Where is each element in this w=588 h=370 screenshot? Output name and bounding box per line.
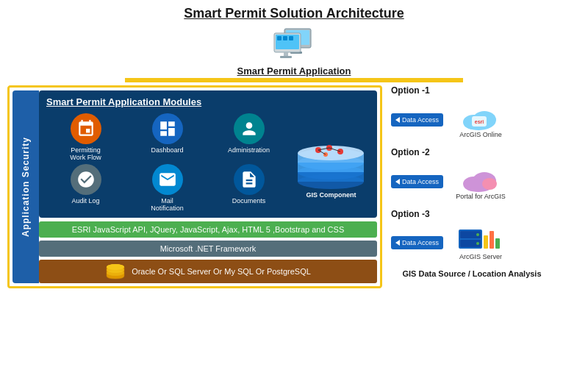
svg-rect-7 xyxy=(283,36,287,40)
computer-icon xyxy=(268,26,320,64)
gis-source-label: GIS Data Source / Location Analysis xyxy=(391,269,553,278)
arcgis-online-box: esri ArcGIS Online xyxy=(448,102,514,138)
permitting-label: PermittingWork Flow xyxy=(70,146,101,161)
gis-map-svg xyxy=(293,127,370,191)
data-access-3[interactable]: Data Access xyxy=(391,236,443,249)
page-title: Smart Permit Solution Architecture xyxy=(7,6,581,21)
main-container: Smart Permit Solution Architecture Smart… xyxy=(0,0,588,370)
modules-outer: Smart Permit Application Modules Permitt… xyxy=(39,90,377,283)
svg-rect-6 xyxy=(277,36,282,40)
option-2-label: Option -2 xyxy=(391,147,553,157)
documents-icon xyxy=(234,164,265,195)
permitting-icon xyxy=(71,113,101,144)
svg-point-25 xyxy=(107,270,124,276)
arcgis-online-cloud: esri xyxy=(459,102,503,131)
esri-bar: ESRI JavaScript API, JQuery, JavaScript,… xyxy=(39,221,377,238)
portal-arcgis-box: Portal for ArcGIS xyxy=(448,163,514,200)
modules-content: PermittingWork Flow Dashboard xyxy=(46,113,370,212)
option-2-row: Data Access Portal for ArcGIS xyxy=(391,163,553,200)
modules-grid: PermittingWork Flow Dashboard xyxy=(46,113,288,212)
audit-log-icon xyxy=(71,164,101,195)
module-mail: MailNotification xyxy=(128,164,207,212)
app-icon-area: Smart Permit Application xyxy=(7,26,581,77)
svg-text:esri: esri xyxy=(475,119,484,124)
mail-label: MailNotification xyxy=(151,197,184,212)
svg-rect-41 xyxy=(490,231,494,249)
module-dashboard: Dashboard xyxy=(128,113,207,161)
data-access-2[interactable]: Data Access xyxy=(391,175,443,188)
app-security-bar: Application Security xyxy=(12,90,39,283)
mail-icon xyxy=(152,164,183,195)
svg-point-38 xyxy=(476,233,479,236)
middle-row: Application Security Smart Permit Applic… xyxy=(7,85,581,288)
left-section: Application Security Smart Permit Applic… xyxy=(7,85,382,288)
svg-rect-40 xyxy=(484,235,488,249)
option-3-row: Data Access xyxy=(391,225,553,260)
db-bar: Oracle Or SQL Server Or My SQL Or Postgr… xyxy=(39,260,377,283)
svg-rect-10 xyxy=(280,56,292,58)
gis-label: GIS Component xyxy=(306,191,356,199)
app-label: Smart Permit Application xyxy=(237,65,351,77)
right-panel: Option -1 Data Access esri xyxy=(391,85,553,288)
module-administration: Administration xyxy=(209,113,288,161)
module-audit-log: Audit Log xyxy=(46,164,125,212)
arcgis-server-box: ArcGIS Server xyxy=(448,225,514,260)
svg-rect-9 xyxy=(284,52,288,56)
modules-box: Smart Permit Application Modules Permitt… xyxy=(39,90,377,218)
top-connector xyxy=(125,78,463,82)
svg-point-34 xyxy=(482,178,497,190)
administration-label: Administration xyxy=(228,146,270,154)
administration-icon xyxy=(234,113,265,144)
arcgis-online-label: ArcGIS Online xyxy=(459,131,502,138)
app-security-label: Application Security xyxy=(21,137,31,237)
module-permitting: PermittingWork Flow xyxy=(46,113,125,161)
option-3-label: Option -3 xyxy=(391,209,553,219)
modules-title: Smart Permit Application Modules xyxy=(46,96,370,107)
arcgis-server-svg xyxy=(457,225,505,253)
audit-log-label: Audit Log xyxy=(71,197,99,204)
portal-arcgis-label: Portal for ArcGIS xyxy=(456,193,506,200)
portal-arcgis-cloud xyxy=(459,163,503,193)
arcgis-server-label: ArcGIS Server xyxy=(459,253,502,260)
data-access-1[interactable]: Data Access xyxy=(391,113,443,127)
option-1-label: Option -1 xyxy=(391,85,553,96)
module-documents: Documents xyxy=(209,164,288,212)
option-1-row: Data Access esri ArcGIS Online xyxy=(391,102,553,138)
db-bar-label: Oracle Or SQL Server Or My SQL Or Postgr… xyxy=(132,267,311,276)
svg-point-39 xyxy=(476,242,479,245)
svg-rect-8 xyxy=(289,36,293,40)
dashboard-icon xyxy=(152,113,183,144)
svg-rect-42 xyxy=(495,238,500,249)
documents-label: Documents xyxy=(232,197,266,204)
gis-component: GIS Component xyxy=(293,113,370,212)
dashboard-label: Dashboard xyxy=(151,146,183,154)
db-icon xyxy=(105,263,126,280)
dotnet-bar: Microsoft .NET Framework xyxy=(39,241,377,257)
